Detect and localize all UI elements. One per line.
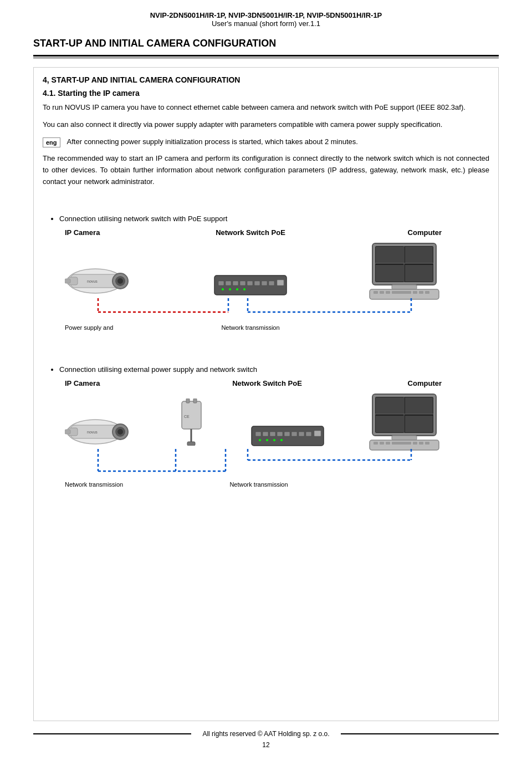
diagram2-connection-svg xyxy=(65,449,442,488)
svg-point-20 xyxy=(243,288,245,290)
svg-rect-15 xyxy=(262,281,267,285)
svg-rect-66 xyxy=(299,432,304,436)
diagram2-computer xyxy=(364,393,442,451)
eng-label: eng xyxy=(43,137,60,147)
footer-line-left xyxy=(33,733,191,734)
diagram1-computer-label: Computer xyxy=(364,228,442,237)
network-switch-svg xyxy=(212,270,289,300)
paragraph-3: After connecting power supply initializa… xyxy=(67,136,358,148)
svg-rect-67 xyxy=(306,432,311,436)
footer-copyright: All rights reserved © AAT Holding sp. z … xyxy=(191,730,340,738)
svg-rect-30 xyxy=(392,285,417,289)
svg-rect-9 xyxy=(218,281,224,285)
bullet-item-1: Connection utilising network switch with… xyxy=(59,215,489,223)
svg-rect-24 xyxy=(376,247,403,263)
divider-thick xyxy=(33,55,499,57)
divider-thin xyxy=(33,58,499,58)
svg-point-18 xyxy=(229,288,231,290)
diagram1-ip-camera-label: IP Camera xyxy=(65,228,137,237)
svg-rect-84 xyxy=(380,442,384,445)
header-title: NVIP-2DN5001H/IR-1P, NVIP-3DN5001H/IR-1P… xyxy=(33,11,499,19)
diagram-1: IP Camera Network Switch PoE Computer xyxy=(65,228,489,331)
svg-rect-86 xyxy=(392,442,411,445)
svg-rect-10 xyxy=(226,281,231,285)
svg-rect-61 xyxy=(263,432,268,436)
page: NVIP-2DN5001H/IR-1P, NVIP-3DN5001H/IR-1P… xyxy=(0,0,532,771)
ip-camera2-svg: novus xyxy=(65,410,131,451)
diagram1-network-switch xyxy=(209,270,292,300)
svg-rect-33 xyxy=(380,291,384,294)
svg-rect-12 xyxy=(240,281,245,285)
svg-rect-51 xyxy=(65,430,70,434)
bullet-item-2: Connection utilising external power supp… xyxy=(59,365,489,374)
diagram2-ip-camera-label: IP Camera xyxy=(65,379,137,387)
svg-rect-89 xyxy=(425,442,429,445)
svg-rect-13 xyxy=(247,281,253,285)
svg-point-4 xyxy=(117,278,123,284)
diagram2-computer-label: Computer xyxy=(364,379,442,387)
header-subtitle: User's manual (short form) ver.1.1 xyxy=(33,19,499,28)
bullet-list: Connection utilising network switch with… xyxy=(59,215,489,223)
svg-point-68 xyxy=(259,439,261,441)
svg-rect-87 xyxy=(413,442,417,445)
computer-svg xyxy=(367,242,442,300)
svg-rect-60 xyxy=(255,432,261,436)
diagram-2: IP Camera Network Switch PoE Computer xyxy=(65,379,489,488)
svg-rect-64 xyxy=(284,432,290,436)
svg-rect-37 xyxy=(419,291,423,294)
svg-text:novus: novus xyxy=(87,430,98,434)
page-header: NVIP-2DN5001H/IR-1P, NVIP-3DN5001H/IR-1P… xyxy=(33,11,499,28)
svg-rect-54 xyxy=(186,399,190,403)
svg-rect-57 xyxy=(187,442,195,446)
svg-rect-88 xyxy=(419,442,423,445)
diagram1-ip-camera: novus xyxy=(65,259,137,300)
svg-rect-38 xyxy=(425,291,429,294)
ip-camera-svg: novus xyxy=(65,259,131,300)
svg-point-69 xyxy=(266,439,268,441)
svg-point-49 xyxy=(117,429,123,435)
svg-rect-35 xyxy=(392,291,411,294)
subsection-title: 4.1. Starting the IP camera xyxy=(43,89,489,98)
svg-rect-27 xyxy=(405,265,433,282)
diagram1-connection-svg xyxy=(65,298,442,329)
svg-rect-63 xyxy=(277,432,283,436)
svg-rect-21 xyxy=(277,280,284,285)
svg-rect-72 xyxy=(314,431,321,436)
svg-rect-75 xyxy=(376,397,403,414)
svg-rect-81 xyxy=(392,436,417,440)
svg-rect-26 xyxy=(376,265,403,282)
svg-rect-6 xyxy=(65,279,70,283)
diagram1-network-switch-label: Network Switch PoE xyxy=(209,228,292,237)
svg-rect-11 xyxy=(233,281,238,285)
box-section-title: 4, START-UP AND INITIAL CAMERA CONFIGURA… xyxy=(43,75,489,84)
diagram1-connections xyxy=(65,298,442,329)
network-switch2-svg xyxy=(249,421,326,451)
svg-rect-77 xyxy=(376,416,403,432)
paragraph-2: You can also connect it directly via pow… xyxy=(43,119,489,131)
diagram2-connections xyxy=(65,449,442,488)
diagram2-network-switch-label: Network Switch PoE xyxy=(226,379,309,387)
svg-rect-78 xyxy=(405,416,433,432)
main-section-title: START-UP AND INITIAL CAMERA CONFIGURATIO… xyxy=(33,38,499,49)
svg-rect-34 xyxy=(386,291,390,294)
power-adapter-svg: CE xyxy=(176,399,207,446)
svg-text:novus: novus xyxy=(87,279,98,283)
svg-rect-32 xyxy=(374,291,378,294)
page-number: 12 xyxy=(33,741,499,749)
svg-point-70 xyxy=(273,439,275,441)
computer2-svg xyxy=(367,393,442,451)
svg-point-71 xyxy=(280,439,283,441)
paragraph-1: To run NOVUS IP camera you have to conne… xyxy=(43,102,489,114)
svg-rect-76 xyxy=(405,397,433,414)
footer-divider: All rights reserved © AAT Holding sp. z … xyxy=(33,730,499,738)
diagram2-ip-camera: novus xyxy=(65,410,137,451)
content-box: 4, START-UP AND INITIAL CAMERA CONFIGURA… xyxy=(33,67,499,721)
diagram2-network-switch xyxy=(246,421,329,451)
svg-rect-36 xyxy=(413,291,417,294)
svg-rect-83 xyxy=(374,442,378,445)
svg-rect-16 xyxy=(269,281,274,285)
paragraph-4: The recommended way to start an IP camer… xyxy=(43,153,489,187)
footer-line-right xyxy=(341,733,499,734)
svg-text:CE: CE xyxy=(184,415,190,418)
footer: All rights reserved © AAT Holding sp. z … xyxy=(33,721,499,749)
